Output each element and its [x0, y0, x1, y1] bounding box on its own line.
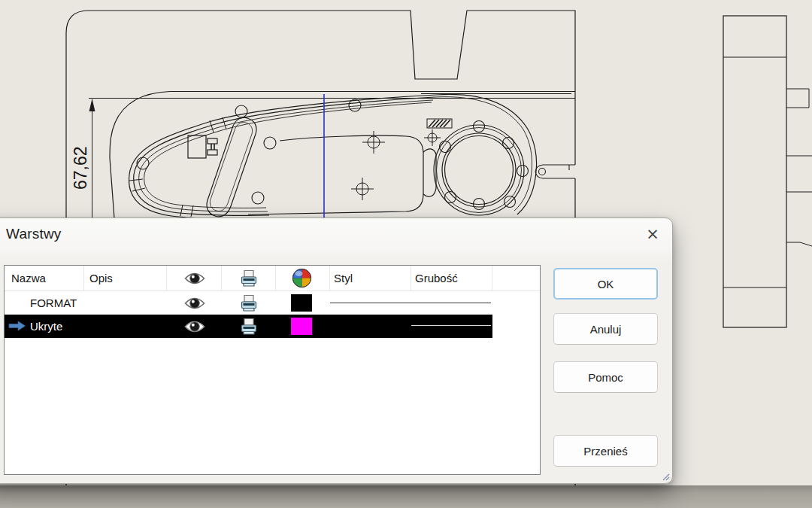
dimension-67-62: 67,62	[71, 99, 95, 226]
move-button[interactable]: Przenieś	[553, 435, 658, 467]
layer-color-swatch[interactable]	[291, 294, 312, 312]
column-divider	[492, 266, 492, 291]
header-thickness: Grubość	[415, 266, 458, 291]
layer-row-ukryte[interactable]: Ukryte	[5, 315, 492, 338]
close-icon[interactable]: ×	[641, 223, 664, 245]
column-divider	[411, 266, 411, 291]
ok-button[interactable]: OK	[553, 268, 658, 300]
printer-icon[interactable]	[240, 318, 258, 336]
eye-icon[interactable]	[184, 297, 205, 310]
column-divider	[83, 266, 84, 291]
right-slot	[535, 165, 575, 178]
handle-inner	[210, 123, 252, 211]
crosshair-markers	[351, 129, 441, 200]
header-description: Opis	[89, 266, 113, 291]
bean-rim4	[144, 102, 432, 208]
column-divider	[166, 266, 167, 291]
table-header: Nazwa Opis Styl	[5, 266, 540, 291]
clip-symbol	[188, 135, 217, 158]
printer-icon	[240, 269, 258, 287]
speaker-ring-outer2	[437, 128, 522, 213]
header-style: Styl	[334, 266, 353, 291]
column-divider	[329, 266, 330, 291]
column-divider	[275, 266, 276, 291]
current-layer-arrow-icon	[8, 320, 26, 332]
dimension-text: 67,62	[71, 146, 90, 190]
color-wheel-icon	[292, 268, 312, 288]
vent-grille	[427, 119, 452, 128]
eye-icon	[184, 272, 205, 285]
speaker-hole-outer	[442, 133, 516, 207]
dialog-title: Warstwy	[6, 226, 62, 242]
bean-rim3	[139, 100, 433, 211]
printer-icon[interactable]	[240, 294, 258, 312]
eye-icon[interactable]	[184, 320, 205, 333]
layers-table[interactable]: Nazwa Opis Styl	[4, 265, 541, 475]
viewport-bottom-band	[0, 485, 812, 508]
cancel-button[interactable]: Anuluj	[553, 313, 658, 345]
layer-row-format[interactable]: FORMAT	[5, 291, 540, 315]
column-divider	[221, 266, 222, 291]
layer-name: Ukryte	[30, 315, 62, 338]
layers-dialog: Warstwy × Nazwa Opis	[0, 217, 673, 484]
header-name: Nazwa	[11, 266, 46, 291]
side-view	[723, 16, 812, 327]
layer-color-swatch[interactable]	[291, 318, 312, 335]
style-line-sample[interactable]	[330, 303, 491, 303]
small-circles	[137, 99, 361, 204]
thickness-line-sample[interactable]	[411, 325, 491, 326]
bean-rim2	[134, 97, 435, 215]
help-button[interactable]: Pomoc	[553, 361, 658, 393]
layer-name: FORMAT	[30, 291, 77, 315]
resize-grip[interactable]	[661, 472, 670, 481]
bean-outer	[129, 95, 436, 219]
